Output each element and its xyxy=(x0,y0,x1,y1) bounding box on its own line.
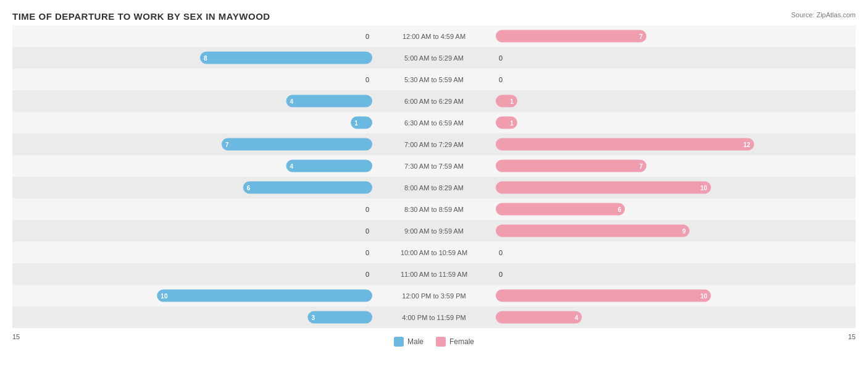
svg-text:8:30 AM to 8:59 AM: 8:30 AM to 8:59 AM xyxy=(404,206,464,213)
svg-text:7:00 AM to 7:29 AM: 7:00 AM to 7:29 AM xyxy=(404,141,464,148)
legend-male: Male xyxy=(394,337,424,347)
svg-rect-45 xyxy=(243,182,372,194)
bar-chart: 12:00 AM to 4:59 AM075:00 AM to 5:29 AM8… xyxy=(12,25,856,328)
svg-text:10: 10 xyxy=(701,185,708,192)
svg-rect-70 xyxy=(496,311,582,324)
scale-row: 15 Male Female 15 xyxy=(12,333,856,347)
svg-text:1: 1 xyxy=(510,120,514,127)
svg-rect-41 xyxy=(496,160,646,172)
svg-text:0: 0 xyxy=(499,249,503,256)
svg-rect-18 xyxy=(200,52,372,64)
scale-right: 15 xyxy=(848,333,856,347)
svg-text:9:00 AM to 9:59 AM: 9:00 AM to 9:59 AM xyxy=(404,227,464,235)
svg-text:7: 7 xyxy=(640,33,643,40)
svg-text:6: 6 xyxy=(618,206,622,213)
svg-text:11:00 AM to 11:59 AM: 11:00 AM to 11:59 AM xyxy=(401,271,467,278)
svg-text:5:00 AM to 5:29 AM: 5:00 AM to 5:29 AM xyxy=(404,54,464,62)
svg-rect-50 xyxy=(496,203,625,216)
svg-text:12:00 AM to 4:59 AM: 12:00 AM to 4:59 AM xyxy=(403,33,465,40)
chart-title: TIME OF DEPARTURE TO WORK BY SEX IN MAYW… xyxy=(12,11,856,22)
legend-female-box xyxy=(436,337,446,347)
svg-text:0: 0 xyxy=(365,227,369,235)
svg-text:6: 6 xyxy=(247,185,251,192)
svg-text:6:30 AM to 6:59 AM: 6:30 AM to 6:59 AM xyxy=(404,119,464,127)
svg-text:8: 8 xyxy=(204,55,207,62)
svg-text:7: 7 xyxy=(225,141,229,148)
svg-text:9: 9 xyxy=(682,228,686,235)
source-label: Source: ZipAtlas.com xyxy=(791,11,856,19)
svg-text:0: 0 xyxy=(365,76,369,83)
svg-text:0: 0 xyxy=(499,271,503,278)
svg-text:10: 10 xyxy=(161,293,168,300)
svg-rect-31 xyxy=(496,117,517,129)
svg-rect-46 xyxy=(496,182,711,194)
svg-text:7:30 AM to 7:59 AM: 7:30 AM to 7:59 AM xyxy=(404,162,464,170)
legend-female: Female xyxy=(436,337,474,347)
svg-text:10:00 AM to 10:59 AM: 10:00 AM to 10:59 AM xyxy=(401,249,467,256)
svg-rect-36 xyxy=(496,138,754,151)
svg-text:7: 7 xyxy=(640,163,643,170)
svg-rect-69 xyxy=(307,311,372,324)
svg-text:0: 0 xyxy=(499,54,503,62)
svg-rect-25 xyxy=(286,95,372,108)
chart-container: TIME OF DEPARTURE TO WORK BY SEX IN MAYW… xyxy=(0,0,868,367)
svg-rect-14 xyxy=(496,30,646,43)
svg-rect-40 xyxy=(286,160,372,172)
svg-text:4: 4 xyxy=(575,314,578,321)
svg-text:0: 0 xyxy=(365,206,369,213)
svg-text:0: 0 xyxy=(365,271,369,278)
svg-text:0: 0 xyxy=(365,33,369,40)
svg-text:4:00 PM to 11:59 PM: 4:00 PM to 11:59 PM xyxy=(402,314,465,321)
svg-text:12: 12 xyxy=(743,141,751,148)
legend-male-box xyxy=(394,337,404,347)
svg-text:12:00 PM to 3:59 PM: 12:00 PM to 3:59 PM xyxy=(402,292,465,300)
svg-text:5:30 AM to 5:59 AM: 5:30 AM to 5:59 AM xyxy=(404,76,464,83)
legend: Male Female xyxy=(394,337,474,347)
svg-rect-65 xyxy=(496,290,711,302)
svg-text:6:00 AM to 6:29 AM: 6:00 AM to 6:29 AM xyxy=(404,98,464,105)
svg-text:3: 3 xyxy=(311,314,315,321)
svg-rect-35 xyxy=(222,138,372,151)
svg-text:8:00 AM to 8:29 AM: 8:00 AM to 8:29 AM xyxy=(404,184,464,192)
svg-text:0: 0 xyxy=(499,76,503,83)
svg-text:1: 1 xyxy=(510,98,514,105)
legend-female-label: Female xyxy=(449,337,474,346)
svg-rect-26 xyxy=(496,95,517,108)
legend-male-label: Male xyxy=(407,337,424,346)
scale-left: 15 xyxy=(12,333,20,347)
svg-text:0: 0 xyxy=(365,249,369,256)
svg-text:4: 4 xyxy=(290,163,294,170)
svg-rect-64 xyxy=(157,290,372,302)
svg-rect-54 xyxy=(496,225,690,237)
svg-text:4: 4 xyxy=(290,98,294,105)
svg-text:10: 10 xyxy=(701,293,708,300)
svg-text:1: 1 xyxy=(354,120,358,127)
